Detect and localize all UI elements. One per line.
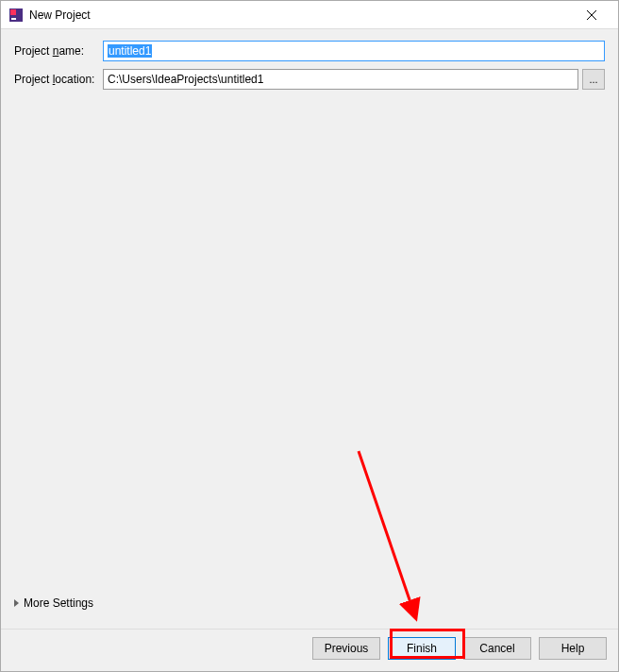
close-icon (587, 10, 596, 20)
svg-rect-1 (10, 9, 16, 15)
chevron-right-icon (14, 599, 19, 607)
content-spacer (14, 97, 605, 595)
button-bar: Previous Finish Cancel Help (1, 629, 618, 671)
more-settings-toggle[interactable]: More Settings (14, 595, 605, 612)
cancel-button[interactable]: Cancel (463, 637, 531, 660)
dialog-content: Project name: untitled1 Project location… (1, 29, 618, 629)
intellij-icon (8, 8, 24, 23)
project-name-input[interactable]: untitled1 (103, 41, 605, 61)
titlebar-title: New Project (29, 8, 573, 22)
project-name-label: Project name: (14, 44, 103, 58)
close-button[interactable] (573, 2, 611, 28)
titlebar: New Project (1, 1, 618, 29)
project-location-row: Project location: ... (14, 69, 605, 90)
browse-location-button[interactable]: ... (582, 69, 605, 90)
finish-button[interactable]: Finish (388, 637, 456, 660)
project-location-label: Project location: (14, 73, 103, 86)
new-project-dialog: New Project Project name: untitled1 Proj… (0, 0, 619, 672)
more-settings-label: More Settings (24, 596, 93, 610)
help-button[interactable]: Help (539, 637, 607, 660)
previous-button[interactable]: Previous (312, 637, 380, 660)
ellipsis-icon: ... (589, 74, 597, 85)
project-name-row: Project name: untitled1 (14, 41, 605, 61)
project-name-value: untitled1 (108, 44, 152, 58)
svg-rect-2 (11, 18, 16, 20)
project-location-input[interactable] (103, 69, 578, 90)
